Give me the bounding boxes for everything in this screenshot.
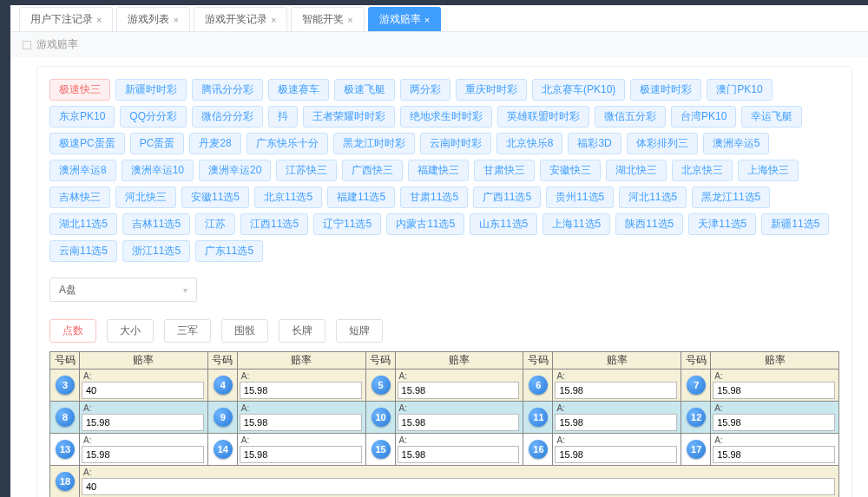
game-tag[interactable]: 极速时时彩	[630, 79, 701, 101]
game-tag[interactable]: 极速飞艇	[334, 79, 395, 101]
rate-input[interactable]	[82, 446, 204, 463]
game-tag[interactable]: 甘肃11选5	[400, 186, 468, 208]
sub-tab-三军[interactable]: 三军	[164, 319, 211, 343]
rate-label: A:	[713, 403, 835, 414]
game-tag[interactable]: 王者荣耀时时彩	[303, 106, 395, 128]
rate-input[interactable]	[555, 446, 677, 463]
sub-tab-围骰[interactable]: 围骰	[221, 319, 268, 343]
game-tag[interactable]: 两分彩	[400, 79, 450, 101]
game-tag[interactable]: 极速快三	[49, 79, 110, 101]
game-tag[interactable]: 澳洲幸运20	[199, 160, 271, 181]
game-tag[interactable]: 江西11选5	[240, 213, 308, 235]
game-tag[interactable]: 辽宁11选5	[313, 213, 381, 235]
game-tag[interactable]: 腾讯分分彩	[192, 79, 263, 101]
game-tag[interactable]: 广东快乐十分	[247, 133, 328, 154]
rate-input[interactable]	[82, 478, 835, 495]
tab-用户下注记录[interactable]: 用户下注记录×	[19, 7, 113, 31]
game-tag[interactable]: 福建11选5	[327, 186, 395, 208]
game-tag[interactable]: 重庆时时彩	[456, 79, 527, 101]
game-tag[interactable]: 澳洲幸运10	[122, 160, 194, 181]
game-tag[interactable]: 体彩排列三	[627, 133, 698, 154]
game-tag[interactable]: 福建快三	[408, 160, 469, 181]
close-icon[interactable]: ×	[96, 15, 102, 25]
sub-tab-大小[interactable]: 大小	[107, 319, 154, 343]
rate-input[interactable]	[713, 446, 835, 463]
game-tag[interactable]: 甘肃快三	[474, 160, 535, 181]
game-tag[interactable]: 陕西11选5	[615, 213, 683, 235]
game-tag[interactable]: 澳门PK10	[707, 79, 772, 101]
close-icon[interactable]: ×	[347, 15, 352, 25]
game-tag[interactable]: 广西快三	[342, 160, 403, 181]
sub-tab-点数[interactable]: 点数	[49, 319, 96, 343]
tab-游戏开奖记录[interactable]: 游戏开奖记录×	[194, 7, 287, 31]
game-tag[interactable]: 上海快三	[738, 160, 799, 181]
game-tag[interactable]: 抖	[268, 106, 298, 128]
tab-游戏列表[interactable]: 游戏列表×	[116, 7, 189, 31]
game-tag[interactable]: 天津11选5	[688, 213, 756, 235]
rate-input[interactable]	[398, 382, 520, 399]
rate-input[interactable]	[240, 382, 362, 399]
game-tag[interactable]: 河北快三	[115, 186, 176, 208]
game-tag[interactable]: 黑龙江11选5	[692, 186, 770, 208]
game-tag[interactable]: 吉林快三	[49, 186, 110, 208]
game-tag[interactable]: 山东11选5	[470, 213, 537, 235]
rate-input[interactable]	[713, 382, 835, 399]
rate-input[interactable]	[398, 414, 520, 431]
game-tag[interactable]: 丹麦28	[189, 133, 240, 154]
rate-input[interactable]	[398, 446, 520, 463]
game-tag[interactable]: 新疆11选5	[761, 213, 829, 235]
game-tag[interactable]: 云南11选5	[49, 240, 117, 262]
tab-游戏赔率[interactable]: 游戏赔率×	[368, 7, 441, 31]
game-tag[interactable]: 浙江11选5	[122, 240, 190, 262]
game-tag[interactable]: 北京赛车(PK10)	[532, 79, 625, 101]
game-tag[interactable]: 微信分分彩	[192, 106, 263, 128]
game-tag[interactable]: 广东11选5	[195, 240, 263, 262]
game-tag[interactable]: 云南时时彩	[420, 133, 491, 154]
game-tag[interactable]: 黑龙江时时彩	[333, 133, 415, 154]
game-tag[interactable]: 幸运飞艇	[741, 106, 802, 128]
game-tag[interactable]: 台湾PK10	[671, 106, 736, 128]
game-tag[interactable]: QQ分分彩	[120, 106, 187, 128]
tab-label: 用户下注记录	[30, 12, 93, 27]
game-tag[interactable]: 江苏	[195, 213, 235, 235]
game-tag[interactable]: PC蛋蛋	[130, 133, 185, 154]
tab-智能开奖[interactable]: 智能开奖×	[291, 7, 364, 31]
close-icon[interactable]: ×	[424, 15, 430, 25]
game-tag[interactable]: 绝地求生时时彩	[400, 106, 492, 128]
game-tag[interactable]: 微信五分彩	[595, 106, 666, 128]
rate-input[interactable]	[82, 414, 204, 431]
game-tag[interactable]: 北京快三	[672, 160, 733, 181]
game-tag[interactable]: 安徽11选5	[181, 186, 249, 208]
rate-input[interactable]	[240, 446, 362, 463]
game-tag[interactable]: 江苏快三	[276, 160, 337, 181]
game-tag[interactable]: 澳洲幸运5	[703, 133, 770, 154]
game-tag[interactable]: 河北11选5	[619, 186, 687, 208]
game-tag[interactable]: 湖北11选5	[49, 213, 117, 235]
game-tag[interactable]: 吉林11选5	[122, 213, 190, 235]
game-tag[interactable]: 广西11选5	[473, 186, 541, 208]
game-tag[interactable]: 东京PK10	[49, 106, 115, 128]
game-tag[interactable]: 上海11选5	[542, 213, 610, 235]
rate-input[interactable]	[713, 414, 835, 431]
game-tag[interactable]: 福彩3D	[568, 133, 621, 154]
game-tag[interactable]: 内蒙古11选5	[386, 213, 464, 235]
game-tag[interactable]: 英雄联盟时时彩	[497, 106, 589, 128]
game-tag[interactable]: 澳洲幸运8	[49, 160, 116, 181]
rate-input[interactable]	[240, 414, 362, 431]
plate-select[interactable]: A盘 ▾	[49, 278, 197, 302]
game-tag[interactable]: 极速PC蛋蛋	[49, 133, 125, 154]
game-tag[interactable]: 极速赛车	[268, 79, 329, 101]
game-tag[interactable]: 湖北快三	[606, 160, 667, 181]
close-icon[interactable]: ×	[271, 15, 276, 25]
game-tag[interactable]: 贵州11选5	[546, 186, 614, 208]
rate-input[interactable]	[555, 414, 677, 431]
rate-input[interactable]	[555, 382, 677, 399]
game-tag[interactable]: 北京11选5	[254, 186, 322, 208]
game-tag[interactable]: 安徽快三	[540, 160, 601, 181]
rate-input[interactable]	[82, 382, 204, 399]
close-icon[interactable]: ×	[173, 15, 178, 25]
sub-tab-短牌[interactable]: 短牌	[336, 319, 383, 343]
sub-tab-长牌[interactable]: 长牌	[279, 319, 326, 343]
game-tag[interactable]: 新疆时时彩	[115, 79, 187, 101]
game-tag[interactable]: 北京快乐8	[496, 133, 563, 154]
